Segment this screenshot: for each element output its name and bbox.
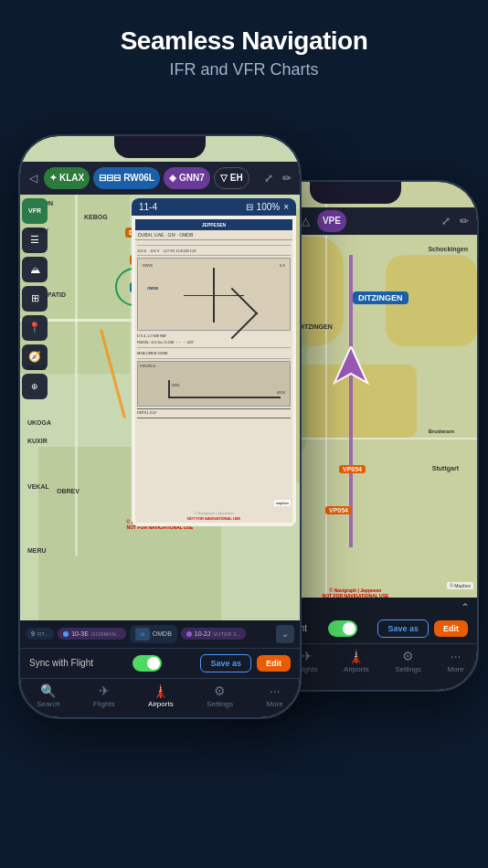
front-tab-flights[interactable]: ✈ Flights [93, 683, 115, 708]
front-save-button[interactable]: Save as [200, 654, 251, 672]
vfr-btn[interactable]: VFR [22, 198, 48, 224]
edit-btn-front[interactable]: ✏ [280, 171, 294, 185]
expand-btn-front[interactable]: ⤢ [261, 171, 276, 185]
label-vekal: VEKAL [27, 483, 49, 490]
chart-panel: 11-4 ⊟ 100% × JEPPESEN DUBAI, UAE · GIV … [132, 198, 296, 526]
nav-arrow [333, 346, 369, 392]
flight-item-2[interactable]: 10-3E GORMAN... [58, 628, 126, 640]
city-stuttgart: Stuttgart [432, 465, 459, 471]
gnn7-btn[interactable]: ◈ GNN7 [164, 167, 210, 189]
city-ditzingen: DITZINGEN [298, 323, 333, 330]
grid-btn[interactable]: ⊞ [22, 286, 48, 312]
front-phone: KUMUN KEBOG TOVIV PATID MITIZI UKOGA KUX… [18, 134, 302, 719]
expand-icon-back[interactable]: ⤢ [439, 214, 453, 228]
front-bottom-bar: 9 RT... 10-3E GORMAN... ⊟ OMDB [20, 620, 300, 717]
compass-btn[interactable]: 🧭 [22, 344, 48, 370]
flight-item-omdb[interactable]: ⊟ OMDB [130, 625, 177, 643]
flights-icon-front: ✈ [99, 683, 110, 698]
label-kuxir: KUXIR [27, 438, 48, 444]
chart-close[interactable]: × [283, 202, 289, 212]
airport-label-ditzingen: DITZINGEN [353, 291, 408, 304]
front-tab-more[interactable]: ··· More [267, 683, 283, 708]
edit-icon-back[interactable]: ✏ [457, 214, 472, 228]
front-tab-settings-label: Settings [207, 700, 233, 708]
label-obrev: OBREV [57, 488, 80, 494]
label-kebog: KEBOG [84, 214, 108, 220]
back-tab-more-label: More [448, 665, 464, 673]
label-meru: MERU [27, 547, 47, 554]
more-icon-front: ··· [270, 683, 281, 698]
chart-header: 11-4 ⊟ 100% × [132, 198, 296, 216]
eh-btn[interactable]: ▽ EH [214, 167, 249, 189]
front-sync-row: Sync with Flight Save as Edit [20, 649, 300, 678]
klax-btn[interactable]: ✦ KLAX [44, 167, 90, 189]
back-save-button[interactable]: Save as [377, 619, 429, 638]
front-tab-more-label: More [267, 700, 283, 708]
back-sync-toggle[interactable] [328, 620, 357, 637]
airports-icon-front: 🗼 [153, 683, 168, 698]
vfr-wp-vp054: VP054 [339, 465, 366, 473]
crosshair-btn[interactable]: ⊕ [22, 374, 48, 399]
airports-icon-back: 🗼 [348, 649, 364, 663]
back-tab-settings-label: Settings [395, 665, 421, 673]
front-save-edit: Save as Edit [200, 654, 291, 672]
front-tab-bar: 🔍 Search ✈ Flights 🗼 Airports ⚙ Settings [20, 678, 300, 717]
more-icon-back: ··· [451, 649, 461, 663]
front-tab-airports[interactable]: 🗼 Airports [148, 683, 174, 708]
back-save-edit: Save as Edit [377, 619, 468, 638]
expand-flights-btn[interactable]: ⌄ [276, 625, 294, 643]
front-tab-flights-label: Flights [93, 700, 115, 708]
front-sync-toggle[interactable] [133, 655, 162, 672]
layer-btn[interactable]: ☰ [22, 228, 48, 253]
flight-item-1[interactable]: 9 RT... [26, 628, 54, 640]
front-tab-airports-label: Airports [148, 700, 174, 708]
chart-title: 11-4 [139, 202, 157, 212]
screen-front: KUMUN KEBOG TOVIV PATID MITIZI UKOGA KUX… [20, 136, 300, 717]
notch-back [310, 182, 401, 204]
vpe-btn[interactable]: VPE [317, 210, 346, 232]
pin-btn[interactable]: 📍 [22, 315, 48, 341]
svg-marker-0 [334, 346, 367, 383]
mapbox-credit-back: © Mapbox [447, 582, 473, 589]
chart-zoom: 100% [257, 202, 281, 212]
notch-front [114, 136, 206, 158]
front-tab-search-label: Search [37, 700, 59, 708]
label-ukoga: UKOGA [27, 419, 51, 426]
collapse-icon-back[interactable]: ⌃ [461, 601, 470, 614]
rw06l-btn[interactable]: ⊟⊟⊟ RW06L [93, 167, 160, 189]
back-tab-settings[interactable]: ⚙ Settings [395, 649, 421, 673]
settings-icon-back: ⚙ [402, 649, 414, 663]
city-bruderam: Bruderam [429, 429, 454, 434]
settings-icon-front: ⚙ [214, 683, 226, 698]
front-tab-settings[interactable]: ⚙ Settings [207, 683, 233, 708]
phones-container: DITZINGEN DITZINGEN VP054 VP054 Stuttgar… [0, 107, 488, 792]
flight-items-row: 9 RT... 10-3E GORMAN... ⊟ OMDB [20, 620, 300, 649]
sub-title: IFR and VFR Charts [18, 60, 470, 79]
back-btn-front[interactable]: ◁ [26, 171, 40, 185]
left-panel: VFR ☰ ⛰ ⊞ 📍 🧭 ⊕ [22, 198, 51, 399]
city-schockingen: Schockingen [428, 246, 468, 252]
front-edit-button[interactable]: Edit [257, 655, 291, 672]
front-top-nav: ◁ ✦ KLAX ⊟⊟⊟ RW06L ◈ GNN7 ▽ EH ⤢ ✏ [20, 162, 300, 195]
back-tab-more[interactable]: ··· More [448, 649, 464, 673]
main-title: Seamless Navigation [18, 26, 470, 57]
flight-item-3[interactable]: 10-2J VUTEB 3... [181, 628, 247, 640]
front-tab-search[interactable]: 🔍 Search [37, 683, 59, 708]
front-sync-label: Sync with Flight [29, 658, 93, 668]
header: Seamless Navigation IFR and VFR Charts [0, 0, 488, 98]
back-tab-airports[interactable]: 🗼 Airports [344, 649, 369, 673]
search-icon-front: 🔍 [40, 683, 56, 698]
mountain-btn[interactable]: ⛰ [22, 257, 48, 282]
vfr-wp-vp054-2: VP054 [325, 506, 352, 514]
back-tab-airports-label: Airports [344, 665, 369, 673]
back-edit-button[interactable]: Edit [434, 620, 468, 637]
flights-icon-back: ✈ [302, 649, 313, 663]
chart-content: JEPPESEN DUBAI, UAE · GIV · OMDB 122.8 1… [132, 216, 296, 526]
